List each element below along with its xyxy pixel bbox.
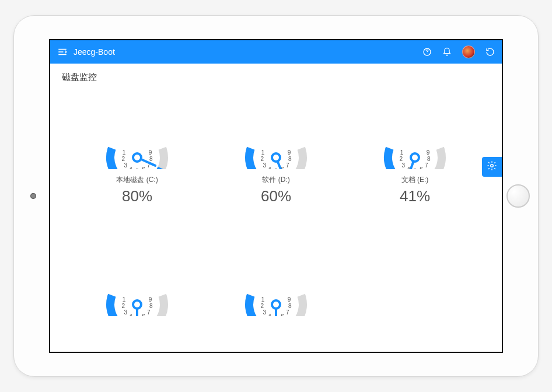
tablet-home-button[interactable]	[506, 184, 530, 208]
svg-text:6: 6	[420, 166, 423, 169]
svg-text:5: 5	[413, 168, 417, 169]
svg-point-48	[133, 300, 141, 309]
card-title: 磁盘监控	[50, 64, 502, 88]
gauge-label: 本地磁盘 (C:)	[116, 175, 158, 185]
tablet-camera	[30, 193, 36, 199]
svg-text:4: 4	[129, 313, 132, 316]
svg-text:7: 7	[425, 162, 428, 169]
svg-text:2: 2	[399, 156, 403, 162]
svg-text:4: 4	[129, 166, 132, 169]
svg-text:9: 9	[288, 296, 291, 303]
svg-text:9: 9	[149, 149, 152, 156]
svg-text:2: 2	[260, 156, 264, 162]
svg-text:3: 3	[263, 162, 267, 169]
svg-text:2: 2	[121, 156, 125, 162]
gauge-grid: 123456789本地磁盘 (C:)80%123456789软件 (D:)60%…	[50, 88, 502, 342]
svg-text:1: 1	[123, 149, 126, 156]
svg-text:7: 7	[286, 162, 289, 169]
disk-gauge: 123456789软件 (D:)60%	[223, 123, 329, 205]
gauge-value: 41%	[400, 187, 430, 205]
svg-point-15	[133, 153, 141, 162]
svg-text:6: 6	[142, 313, 145, 316]
svg-text:1: 1	[261, 296, 265, 303]
svg-text:1: 1	[261, 149, 265, 156]
svg-text:2: 2	[121, 303, 125, 309]
disk-gauge: 123456789	[85, 270, 190, 324]
svg-text:7: 7	[286, 309, 289, 316]
app-title: Jeecg-Boot	[74, 47, 115, 57]
user-avatar[interactable]	[462, 46, 475, 58]
svg-text:8: 8	[149, 156, 153, 162]
gauge-value: 80%	[122, 187, 152, 205]
gear-icon	[487, 160, 497, 173]
svg-text:4: 4	[268, 313, 271, 316]
svg-text:9: 9	[427, 149, 430, 156]
disk-monitor-card: 磁盘监控 123456789本地磁盘 (C:)80%123456789软件 (D…	[50, 64, 502, 342]
svg-text:3: 3	[124, 309, 128, 316]
svg-point-59	[272, 300, 280, 309]
svg-text:4: 4	[268, 166, 271, 169]
svg-text:3: 3	[402, 162, 406, 169]
svg-text:3: 3	[124, 162, 128, 169]
svg-point-26	[272, 153, 280, 162]
settings-fab[interactable]	[482, 157, 502, 177]
disk-gauge: 123456789	[223, 270, 329, 324]
gauge-label: 文档 (E:)	[401, 175, 429, 185]
tablet-frame: Jeecg-Boot	[13, 15, 539, 377]
svg-text:7: 7	[147, 309, 151, 316]
app-screen: Jeecg-Boot	[49, 39, 503, 353]
svg-text:1: 1	[400, 149, 404, 156]
refresh-icon[interactable]	[485, 47, 495, 57]
top-navbar: Jeecg-Boot	[50, 40, 502, 64]
svg-text:6: 6	[281, 313, 284, 316]
menu-toggle-icon[interactable]	[57, 47, 68, 57]
svg-text:1: 1	[123, 296, 126, 303]
svg-text:8: 8	[288, 156, 292, 162]
gauge-label: 软件 (D:)	[262, 175, 289, 185]
disk-gauge: 123456789本地磁盘 (C:)80%	[85, 123, 190, 205]
svg-point-4	[427, 54, 427, 54]
svg-point-60	[491, 164, 494, 167]
disk-gauge: 123456789文档 (E:)41%	[362, 123, 467, 205]
gauge-value: 60%	[261, 187, 291, 205]
svg-text:9: 9	[149, 296, 152, 303]
svg-text:8: 8	[288, 303, 292, 309]
svg-text:8: 8	[427, 156, 431, 162]
svg-point-37	[411, 153, 419, 162]
svg-text:8: 8	[149, 303, 153, 309]
bell-icon[interactable]	[442, 47, 452, 57]
svg-text:6: 6	[142, 166, 145, 169]
svg-text:9: 9	[288, 149, 291, 156]
svg-text:2: 2	[260, 303, 264, 309]
svg-text:3: 3	[263, 309, 267, 316]
svg-text:5: 5	[135, 168, 139, 169]
svg-text:5: 5	[274, 168, 278, 169]
help-icon[interactable]	[422, 47, 432, 57]
